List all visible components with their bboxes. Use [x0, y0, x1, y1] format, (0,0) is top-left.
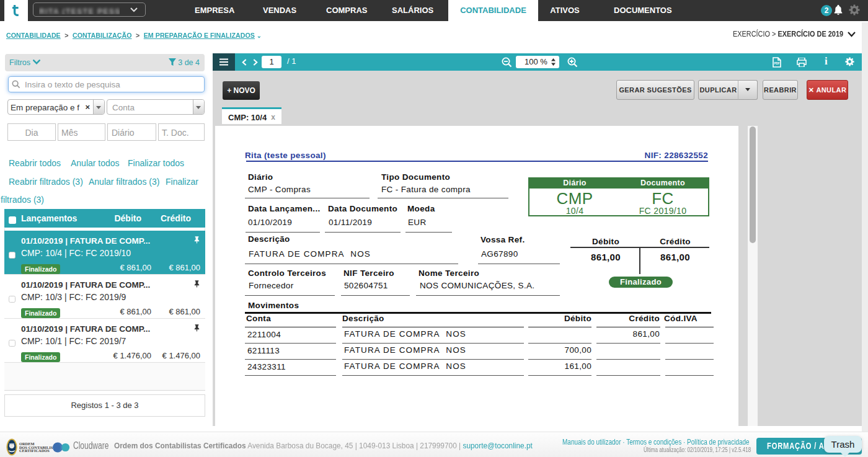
svg-text:PDF: PDF: [774, 62, 779, 65]
